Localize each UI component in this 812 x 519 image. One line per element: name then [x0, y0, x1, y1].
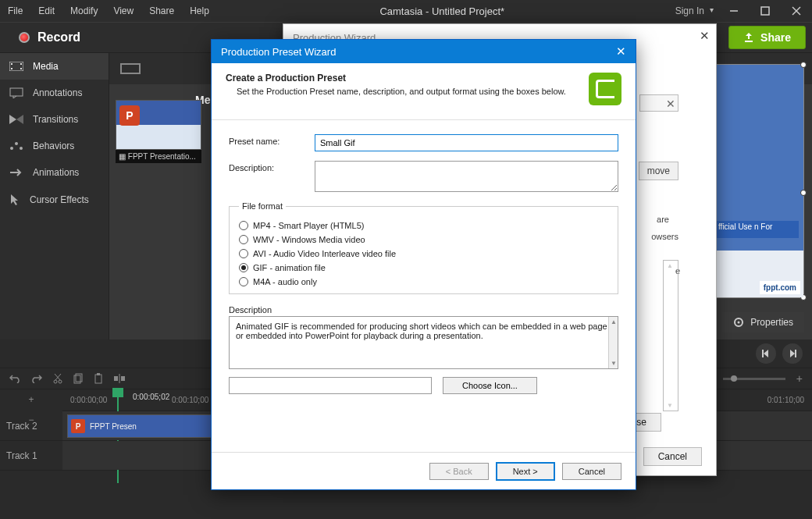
- sidebar-item-animations[interactable]: Animations: [0, 159, 109, 186]
- svg-rect-4: [745, 41, 753, 42]
- svg-rect-26: [95, 375, 102, 383]
- step-forward-button[interactable]: [782, 343, 803, 364]
- back-button: < Back: [429, 463, 489, 480]
- cut-button[interactable]: [53, 373, 62, 384]
- menu-help[interactable]: Help: [182, 1, 217, 21]
- step-back-button[interactable]: [756, 343, 776, 364]
- wizard-heading: Create a Production Preset: [226, 73, 566, 84]
- sidebar-item-behaviors[interactable]: Behaviors: [0, 133, 109, 159]
- thumbnail-label: ▦ FPPT Presentatio...: [116, 150, 201, 163]
- minimize-button[interactable]: [718, 0, 750, 22]
- preset-wizard-title: Production Preset Wizard: [221, 46, 336, 58]
- sidebar-behaviors-label: Behaviors: [33, 140, 74, 151]
- remove-button-partial[interactable]: move: [639, 162, 678, 180]
- annotation-icon: [9, 87, 23, 98]
- maximize-icon: [760, 6, 770, 16]
- preset-name-input[interactable]: [315, 134, 618, 151]
- maximize-button[interactable]: [750, 0, 781, 22]
- description-input[interactable]: [315, 161, 618, 192]
- preset-wizard-close-button[interactable]: ✕: [616, 44, 626, 59]
- choose-icon-button[interactable]: Choose Icon...: [443, 377, 537, 394]
- format-m4a-radio[interactable]: M4A - audio only: [239, 275, 608, 289]
- file-format-legend: File format: [239, 201, 286, 211]
- track-1-label[interactable]: Track 1: [0, 441, 62, 470]
- menu-view[interactable]: View: [105, 1, 141, 21]
- media-thumbnail[interactable]: P ▦ FPPT Presentatio...: [116, 100, 201, 163]
- share-button[interactable]: Share: [728, 26, 806, 49]
- production-wizard-close-button[interactable]: ✕: [700, 29, 710, 43]
- scroll-up-icon[interactable]: ▲: [667, 262, 673, 269]
- media-icon: [9, 62, 23, 71]
- preset-wizard-titlebar[interactable]: Production Preset Wizard ✕: [212, 40, 636, 63]
- cancel-button-back[interactable]: Cancel: [643, 447, 702, 466]
- svg-rect-19: [795, 350, 796, 357]
- add-track-button[interactable]: +: [0, 389, 62, 410]
- menu-file[interactable]: File: [0, 1, 30, 21]
- scroll-down-icon[interactable]: ▼: [667, 402, 673, 409]
- properties-button[interactable]: Properties: [722, 312, 804, 332]
- partial-listbox[interactable]: ▲ ▼: [663, 260, 678, 411]
- format-gif-label: GIF - animation file: [253, 263, 326, 272]
- powerpoint-icon: P: [119, 105, 140, 126]
- selection-handle-tr[interactable]: [800, 62, 807, 68]
- split-button[interactable]: [114, 373, 125, 384]
- zoom-in-button[interactable]: +: [796, 372, 803, 385]
- wizard-subheading: Set the Production Preset name, descript…: [237, 87, 566, 96]
- sign-in-button[interactable]: Sign In: [668, 1, 718, 21]
- media-tab-icon[interactable]: [120, 63, 141, 74]
- canvas-preview[interactable]: fficial Use n For fppt.com Properties: [710, 64, 804, 332]
- svg-rect-1: [761, 7, 769, 15]
- selection-handle-r[interactable]: [800, 190, 807, 196]
- scroll-up-icon[interactable]: ▲: [611, 318, 617, 325]
- icon-path-input[interactable]: [229, 377, 432, 394]
- sidebar-item-transitions[interactable]: Transitions: [0, 106, 109, 133]
- redo-button[interactable]: [31, 374, 42, 383]
- share-icon: [743, 32, 754, 43]
- menu-share[interactable]: Share: [141, 1, 182, 21]
- cancel-button[interactable]: Cancel: [562, 463, 621, 480]
- preset-wizard-header: Create a Production Preset Set the Produ…: [212, 63, 636, 120]
- scroll-down-icon[interactable]: ▼: [611, 360, 617, 367]
- format-description-text: Animated GIF is recommended for producin…: [236, 322, 607, 340]
- time-tick-right: 0:01:10;00: [767, 396, 804, 404]
- file-format-fieldset: File format MP4 - Smart Player (HTML5) W…: [229, 201, 618, 294]
- svg-rect-6: [11, 63, 12, 65]
- share-label: Share: [760, 31, 791, 44]
- track-lock-button[interactable]: −: [0, 410, 62, 430]
- description-scrollbar[interactable]: ▲ ▼: [608, 317, 618, 368]
- clip-fppt[interactable]: P FPPT Presen: [67, 414, 215, 438]
- sidebar-item-cursor-effects[interactable]: Cursor Effects: [0, 186, 109, 214]
- format-avi-radio[interactable]: AVI - Audio Video Interleave video file: [239, 247, 608, 261]
- zoom-slider[interactable]: [723, 378, 785, 380]
- format-m4a-label: M4A - audio only: [253, 277, 317, 286]
- format-wmv-radio[interactable]: WMV - Windows Media video: [239, 233, 608, 247]
- next-button[interactable]: Next >: [497, 463, 554, 480]
- preview-footer: fppt.com: [711, 251, 803, 297]
- gear-icon: [733, 317, 744, 328]
- svg-rect-5: [9, 62, 23, 71]
- svg-rect-10: [10, 88, 23, 96]
- svg-rect-7: [11, 68, 12, 69]
- time-tick-1: 0:00:10;00: [172, 396, 208, 404]
- preset-wizard-dialog: Production Preset Wizard ✕ Create a Prod…: [211, 39, 636, 490]
- redo-icon: [31, 374, 42, 383]
- sidebar-item-annotations[interactable]: Annotations: [0, 80, 109, 106]
- format-wmv-label: WMV - Windows Media video: [253, 235, 365, 244]
- copy-button[interactable]: [73, 373, 83, 384]
- svg-rect-27: [97, 373, 100, 375]
- sidebar-item-media[interactable]: Media: [0, 53, 109, 80]
- menu-modify[interactable]: Modify: [62, 1, 105, 21]
- undo-button[interactable]: [9, 374, 20, 383]
- paste-button[interactable]: [94, 373, 103, 384]
- preview-image: fficial Use n For fppt.com: [710, 64, 804, 298]
- record-button[interactable]: Record: [6, 30, 93, 44]
- format-gif-radio[interactable]: GIF - animation file: [239, 261, 608, 275]
- sidebar-annotations-label: Annotations: [33, 87, 82, 98]
- svg-rect-29: [121, 376, 125, 381]
- undo-icon: [9, 374, 20, 383]
- window-close-button[interactable]: [781, 0, 812, 22]
- svg-rect-8: [20, 63, 22, 65]
- inner-close-icon[interactable]: ✕: [666, 98, 675, 110]
- menu-edit[interactable]: Edit: [30, 1, 62, 21]
- format-mp4-radio[interactable]: MP4 - Smart Player (HTML5): [239, 219, 608, 233]
